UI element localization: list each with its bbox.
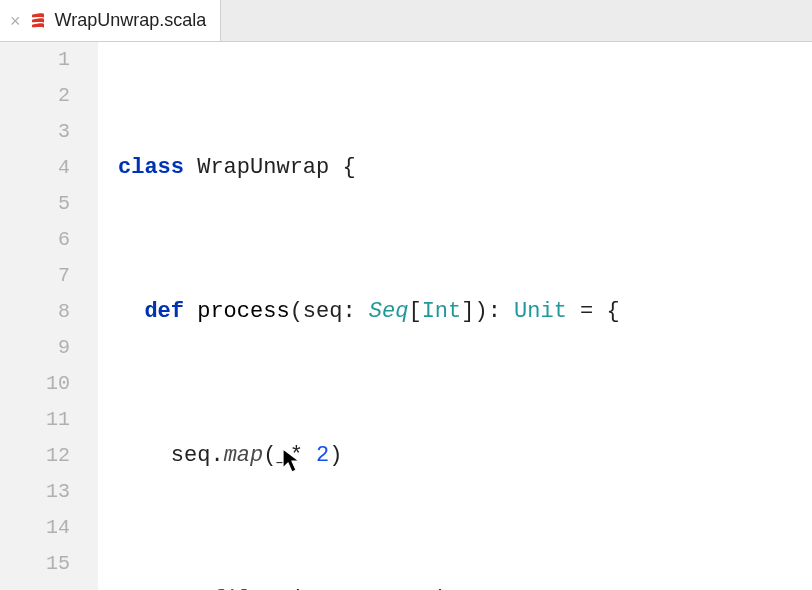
colon: : [488,299,501,324]
paren: ( [263,443,276,468]
scala-file-icon [29,12,47,30]
dot: . [210,443,223,468]
line-number: 2 [0,78,70,114]
bracket: [ [408,299,421,324]
paren: ) [329,443,342,468]
line-number: 8 [0,294,70,330]
method-name: process [197,299,289,324]
fn-map: map [224,443,264,468]
paren: ( [290,299,303,324]
class-name: WrapUnwrap [197,155,329,180]
line-number: 5 [0,186,70,222]
brace: { [607,299,620,324]
paren: ) [474,299,487,324]
underscore: _ [276,443,289,468]
keyword-class: class [118,155,184,180]
code-line: .filter(_ % 3 == 0) [118,582,812,590]
type-seq: Seq [369,299,409,324]
line-number: 6 [0,222,70,258]
line-number: 7 [0,258,70,294]
equals: = [580,299,593,324]
tab-bar: × WrapUnwrap.scala [0,0,812,42]
colon: : [342,299,355,324]
line-number: 10 [0,366,70,402]
number: 2 [316,443,329,468]
line-number: 15 [0,546,70,582]
line-number: 11 [0,402,70,438]
editor-tab[interactable]: × WrapUnwrap.scala [0,0,221,41]
operator: * [290,443,303,468]
identifier: seq [171,443,211,468]
type-unit: Unit [514,299,567,324]
keyword-def: def [144,299,184,324]
code-line: seq.map(_* 2) [118,438,812,474]
line-number: 12 [0,438,70,474]
cursor-pointer-icon [282,376,304,404]
code-line: def process(seq: Seq[Int]): Unit = { [118,294,812,330]
param-name: seq [303,299,343,324]
code-editor[interactable]: 1 2 3 4 5 6 7 8 9 10 11 12 13 14 15 clas… [0,42,812,590]
line-number: 9 [0,330,70,366]
line-number: 14 [0,510,70,546]
line-number: 3 [0,114,70,150]
type-int: Int [422,299,462,324]
tab-filename: WrapUnwrap.scala [55,10,207,31]
brace: { [342,155,355,180]
line-number: 13 [0,474,70,510]
close-icon[interactable]: × [10,12,21,30]
bracket: ] [461,299,474,324]
line-number: 1 [0,42,70,78]
code-area[interactable]: class WrapUnwrap { def process(seq: Seq[… [98,42,812,590]
line-number-gutter: 1 2 3 4 5 6 7 8 9 10 11 12 13 14 15 [0,42,98,590]
line-number: 4 [0,150,70,186]
code-line: class WrapUnwrap { [118,150,812,186]
